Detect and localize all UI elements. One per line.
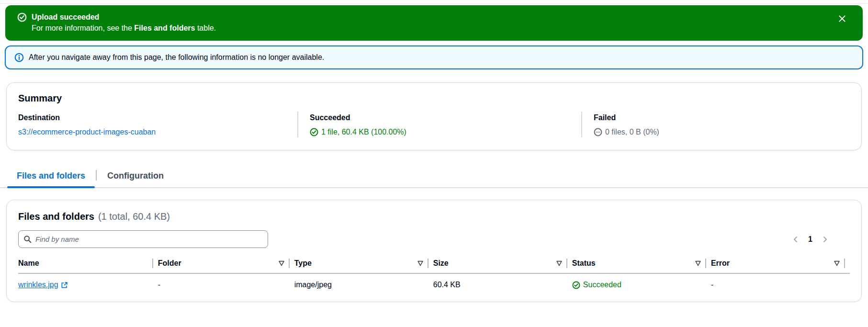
summary-grid: Destination s3://ecommerce-product-image… bbox=[18, 112, 850, 137]
search-input[interactable] bbox=[35, 235, 263, 243]
failed-label: Failed bbox=[594, 113, 850, 123]
info-alert-text: After you navigate away from this page, … bbox=[29, 52, 324, 63]
succeeded-value: 1 file, 60.4 KB (100.00%) bbox=[321, 127, 406, 137]
summary-succeeded: Succeeded 1 file, 60.4 KB (100.00%) bbox=[297, 112, 581, 137]
search-box[interactable] bbox=[18, 230, 268, 248]
previous-page-icon[interactable] bbox=[791, 235, 800, 244]
flashbar-success: Upload succeeded For more information, s… bbox=[5, 5, 863, 41]
cell-folder: - bbox=[158, 273, 294, 295]
files-counter: (1 total, 60.4 KB) bbox=[98, 211, 170, 222]
search-icon bbox=[23, 235, 32, 243]
destination-label: Destination bbox=[18, 113, 297, 123]
column-divider bbox=[844, 259, 845, 268]
type-filter-icon[interactable] bbox=[417, 260, 428, 267]
tab-bar: Files and folders Configuration bbox=[0, 166, 868, 188]
column-header-status: Status bbox=[572, 256, 711, 273]
files-table: Name Folder bbox=[18, 256, 850, 295]
success-check-icon bbox=[17, 12, 27, 22]
succeeded-check-icon bbox=[310, 128, 318, 136]
table-header-row: Name Folder bbox=[18, 256, 850, 273]
files-panel-title: Files and folders bbox=[18, 210, 94, 223]
external-link-icon bbox=[61, 282, 68, 289]
failed-value: 0 files, 0 B (0%) bbox=[605, 127, 659, 137]
column-divider bbox=[428, 259, 428, 268]
file-link[interactable]: wrinkles.jpg bbox=[18, 281, 68, 289]
files-and-folders-card: Files and folders (1 total, 60.4 KB) 1 bbox=[6, 200, 862, 302]
column-header-size: Size bbox=[433, 256, 572, 273]
page-number[interactable]: 1 bbox=[807, 235, 813, 244]
column-divider bbox=[705, 259, 706, 268]
cell-name: wrinkles.jpg bbox=[18, 273, 158, 295]
cell-status: Succeeded bbox=[572, 273, 711, 295]
table-row: wrinkles.jpg - image/jpeg 60.4 KB bbox=[18, 273, 850, 295]
column-header-name: Name bbox=[18, 256, 158, 273]
page-top-divider bbox=[0, 0, 868, 4]
column-divider bbox=[289, 259, 290, 268]
info-icon bbox=[14, 53, 24, 62]
pagination: 1 bbox=[791, 235, 850, 244]
cell-size: 60.4 KB bbox=[433, 273, 572, 295]
summary-title: Summary bbox=[18, 91, 850, 105]
column-header-error: Error bbox=[711, 256, 850, 273]
summary-destination: Destination s3://ecommerce-product-image… bbox=[18, 112, 297, 137]
column-header-folder: Folder bbox=[158, 256, 294, 273]
tab-configuration[interactable]: Configuration bbox=[97, 166, 174, 187]
folder-filter-icon[interactable] bbox=[278, 260, 289, 267]
tab-files-and-folders[interactable]: Files and folders bbox=[6, 166, 96, 187]
status-filter-icon[interactable] bbox=[695, 260, 705, 267]
status-check-icon bbox=[572, 281, 580, 289]
cell-error: - bbox=[711, 273, 850, 295]
info-alert: After you navigate away from this page, … bbox=[5, 45, 863, 69]
next-page-icon[interactable] bbox=[820, 235, 830, 244]
column-divider bbox=[566, 259, 567, 268]
cell-type: image/jpeg bbox=[294, 273, 433, 295]
summary-failed: Failed 0 files, 0 B (0%) bbox=[581, 112, 850, 137]
column-header-type: Type bbox=[294, 256, 433, 273]
summary-card: Summary Destination s3://ecommerce-produ… bbox=[6, 82, 862, 150]
error-filter-icon[interactable] bbox=[834, 260, 844, 267]
destination-link[interactable]: s3://ecommerce-product-images-cuaban bbox=[18, 127, 156, 137]
ellipsis-circle-icon bbox=[594, 128, 602, 136]
flashbar-text: Upload succeeded For more information, s… bbox=[32, 11, 836, 34]
column-divider bbox=[152, 259, 153, 268]
status-badge: Succeeded bbox=[583, 281, 621, 289]
flashbar-title: Upload succeeded bbox=[32, 11, 836, 23]
close-icon[interactable] bbox=[836, 12, 848, 25]
succeeded-label: Succeeded bbox=[310, 113, 581, 123]
files-toolbar: 1 bbox=[18, 230, 850, 248]
flashbar-message: For more information, see the Files and … bbox=[32, 23, 836, 34]
size-filter-icon[interactable] bbox=[556, 260, 566, 267]
